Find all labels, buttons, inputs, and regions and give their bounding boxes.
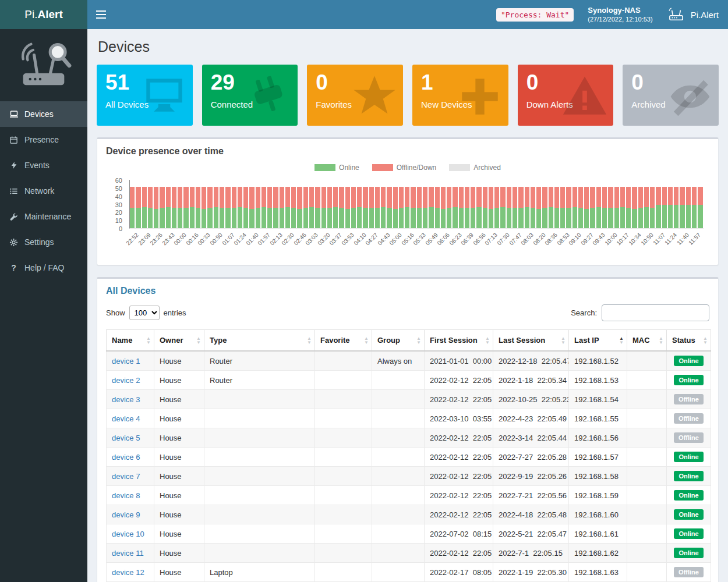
sidebar-item-settings[interactable]: Settings [0,229,87,255]
cell-last-ip: 192.168.1.60 [569,505,627,524]
column-header-type[interactable]: Type▲▼ [204,330,315,352]
cell-favorite [315,371,372,390]
cell-group [372,544,425,563]
status-badge: Online [674,471,703,481]
eye-slash-icon [666,73,714,120]
column-header-last-session[interactable]: Last Session▲▼ [493,330,569,352]
column-header-status[interactable]: Status▲▼ [667,330,711,352]
page-length-control: Show 100 entries [106,306,186,320]
device-link[interactable]: device 6 [112,453,140,462]
legend-item: Archived [449,164,501,172]
sidebar-item-label: Settings [24,237,54,247]
cell-first-session: 2022-02-17 08:05 [425,563,493,582]
sidebar-item-label: Devices [24,109,54,119]
sidebar-item-maintenance[interactable]: Maintenance [0,204,87,229]
cell-group [372,428,425,448]
cell-favorite [315,390,372,409]
column-header-owner[interactable]: Owner▲▼ [154,330,204,352]
cell-mac [627,524,667,544]
table-header-row: Name▲▼Owner▲▼Type▲▼Favorite▲▼Group▲▼Firs… [107,330,711,352]
cell-type: Laptop [204,563,315,582]
status-badge: Online [674,509,703,520]
search-input[interactable] [602,304,709,321]
card-favorites[interactable]: 0 Favorites [307,65,403,126]
device-link[interactable]: device 7 [112,472,140,481]
device-link[interactable]: device 9 [112,510,140,519]
sidebar-item-network[interactable]: Network [0,178,87,204]
card-new-devices[interactable]: 1 New Devices [412,65,508,126]
cell-owner: House [154,563,204,582]
cell-last-session: 2022-12-18 22:05.47 [493,351,569,371]
cell-name: device 5 [107,428,154,448]
cell-last-session: 2022-4-18 22:05.48 [493,505,569,524]
device-link[interactable]: device 1 [112,357,140,365]
column-header-favorite[interactable]: Favorite▲▼ [315,330,372,352]
cell-favorite [315,351,372,371]
device-link[interactable]: device 4 [112,414,140,423]
cell-favorite [315,505,372,524]
hamburger-menu-icon[interactable] [87,0,114,29]
sidebar-item-label: Presence [24,135,59,144]
sidebar-item-events[interactable]: Events [0,152,87,178]
summary-cards: 51 All Devices 29 Connected 0 Favorites … [97,65,719,126]
cell-last-session: 2022-7-1 22:05.15 [493,544,569,563]
status-badge: Online [674,528,703,539]
cell-favorite [315,563,372,582]
device-link[interactable]: device 10 [112,530,144,538]
cell-name: device 4 [107,409,154,428]
cell-status: Online [667,448,711,467]
sidebar-item-devices[interactable]: Devices [0,101,87,127]
column-header-mac[interactable]: MAC▲▼ [627,330,667,352]
wrench-icon [9,212,19,221]
sidebar-item-help-faq[interactable]: ? Help / FAQ [0,255,87,281]
cell-last-ip: 192.168.1.57 [569,448,627,467]
app-logo[interactable]: Pi.Alert [0,0,87,29]
sidebar-logo [0,29,87,101]
cell-status: Online [667,486,711,505]
main-content: Devices 51 All Devices 29 Connected 0 Fa… [87,29,728,582]
gear-icon [9,238,19,247]
chart-legend: OnlineOffline/DownArchived [106,161,709,179]
plug-icon [245,73,293,120]
column-header-name[interactable]: Name▲▼ [107,330,154,352]
cell-type [204,544,315,563]
page-length-select[interactable]: 100 [129,306,160,320]
cell-last-ip: 192.168.1.58 [569,467,627,486]
sidebar-item-presence[interactable]: Presence [0,127,87,152]
device-link[interactable]: device 11 [112,549,144,558]
table-body: device 1HouseRouterAlways on2021-01-01 0… [107,351,711,582]
table-controls: Show 100 entries Search: [97,301,718,327]
bolt-icon [9,161,19,169]
sort-icon: ▲▼ [485,336,490,345]
chart-y-axis: 6050403020100 [108,180,126,229]
device-link[interactable]: device 8 [112,491,140,500]
cell-mac [627,351,667,371]
cell-owner: House [154,467,204,486]
cell-favorite [315,428,372,448]
column-header-group[interactable]: Group▲▼ [372,330,425,352]
status-badge: Online [674,452,703,462]
cell-last-session: 2022-7-21 22:05.56 [493,486,569,505]
cell-group [372,505,425,524]
device-link[interactable]: device 5 [112,434,140,442]
cell-name: device 12 [107,563,154,582]
column-header-first-session[interactable]: First Session▲▼ [425,330,493,352]
device-link[interactable]: device 3 [112,395,140,404]
column-header-last-ip[interactable]: Last IP▲▼ [569,330,627,352]
card-all-devices[interactable]: 51 All Devices [97,65,193,126]
card-down-alerts[interactable]: 0 Down Alerts [518,65,614,126]
sort-icon: ▲▼ [307,336,312,345]
cell-favorite [315,524,372,544]
cell-group [372,524,425,544]
card-archived[interactable]: 0 Archived [623,65,719,126]
cell-group [372,448,425,467]
sort-icon: ▲▼ [364,336,369,345]
device-link[interactable]: device 12 [112,568,144,577]
sort-icon: ▲▼ [619,336,624,345]
device-link[interactable]: device 2 [112,376,140,385]
card-connected[interactable]: 29 Connected [202,65,298,126]
router-icon [667,8,685,22]
cell-favorite [315,409,372,428]
cell-favorite [315,544,372,563]
status-badge: Offline [674,413,704,424]
